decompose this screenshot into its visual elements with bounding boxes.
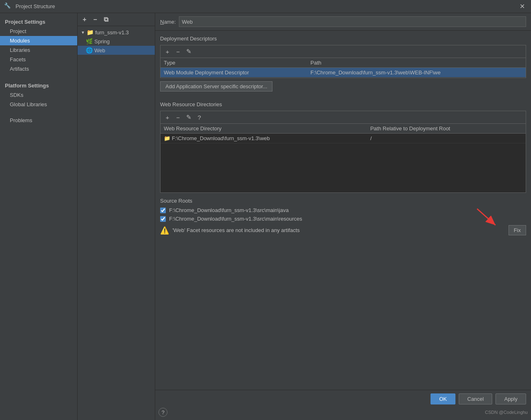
- watermark: CSDN @CodeLinghu: [485, 410, 528, 415]
- bottom-help-bar: ? CSDN @CodeLinghu: [155, 408, 531, 420]
- dd-remove-button[interactable]: −: [174, 47, 183, 56]
- sidebar-item-global-libraries[interactable]: Global Libraries: [0, 100, 77, 109]
- dd-row-path: F:\Chrome_Download\furn_ssm-v1.3\web\WEB…: [307, 68, 526, 78]
- deployment-descriptors-table: Type Path Web Module Deployment Descript…: [161, 58, 526, 78]
- tree-content: ▼ 📁 furn_ssm-v1.3 🌿 Spring 🌐 Web: [78, 26, 155, 420]
- sidebar-item-project[interactable]: Project: [0, 27, 77, 36]
- sidebar-item-artifacts[interactable]: Artifacts: [0, 64, 77, 74]
- apply-button[interactable]: Apply: [495, 393, 526, 404]
- warning-icon: ⚠️: [160, 226, 169, 235]
- wrd-add-button[interactable]: +: [163, 113, 172, 122]
- chevron-down-icon: ▼: [81, 30, 85, 35]
- directory-icon: 📁: [164, 135, 170, 141]
- web-resource-directories-table: Web Resource Directory Path Relative to …: [161, 124, 526, 143]
- platform-settings-label: Platform Settings: [0, 80, 77, 90]
- warning-row: ⚠️ 'Web' Facet resources are not include…: [160, 225, 526, 235]
- name-label: Name:: [160, 19, 176, 25]
- wrd-col-relative-path: Path Relative to Deployment Root: [367, 124, 526, 134]
- tree-node-spring[interactable]: 🌿 Spring: [78, 37, 155, 46]
- sidebar-item-libraries[interactable]: Libraries: [0, 45, 77, 55]
- web-resource-directories-table-container: + − ✎ ? Web Resource Directory Path Rela…: [160, 111, 526, 193]
- wrd-edit-button[interactable]: ✎: [184, 113, 193, 122]
- web-resource-directories-title: Web Resource Directories: [160, 101, 526, 107]
- source-roots-title: Source Roots: [160, 198, 526, 204]
- source-root-java-checkbox[interactable]: [160, 208, 166, 213]
- content-panel: Name: Deployment Descriptors + − ✎ Type …: [155, 13, 531, 420]
- bottom-bar: OK Cancel Apply: [155, 390, 531, 408]
- titlebar-title: Project Structure: [16, 3, 517, 9]
- source-root-resources-checkbox[interactable]: [160, 216, 166, 222]
- source-root-resources-label: F:\Chrome_Download\furn_ssm-v1.3\src\mai…: [169, 216, 302, 222]
- sidebar-item-modules[interactable]: Modules: [0, 36, 77, 45]
- close-button[interactable]: ✕: [517, 2, 527, 11]
- deployment-descriptors-toolbar: + − ✎: [161, 45, 526, 58]
- wrd-row-directory: 📁 F:\Chrome_Download\furn_ssm-v1.3\web: [161, 134, 367, 143]
- sidebar: Project Settings Project Modules Librari…: [0, 13, 78, 420]
- web-resource-directories-toolbar: + − ✎ ?: [161, 111, 526, 124]
- tree-add-button[interactable]: +: [80, 15, 89, 24]
- dd-col-path: Path: [307, 58, 526, 68]
- wrd-help-button[interactable]: ?: [195, 113, 204, 122]
- table-row[interactable]: 📁 F:\Chrome_Download\furn_ssm-v1.3\web /: [161, 134, 526, 143]
- module-label: furn_ssm-v1.3: [95, 29, 129, 36]
- sidebar-item-facets[interactable]: Facets: [0, 55, 77, 64]
- tree-node-web[interactable]: 🌐 Web: [78, 46, 155, 55]
- dd-col-type: Type: [161, 58, 307, 68]
- wrd-row-relative-path: /: [367, 134, 526, 143]
- ok-button[interactable]: OK: [431, 393, 455, 404]
- titlebar: 🔧 Project Structure ✕: [0, 0, 531, 13]
- spring-icon: 🌿: [86, 38, 93, 45]
- name-row: Name:: [155, 13, 531, 31]
- app-icon: 🔧: [4, 2, 12, 11]
- help-button[interactable]: ?: [158, 408, 167, 417]
- warning-text: 'Web' Facet resources are not included i…: [172, 227, 505, 233]
- tree-copy-button[interactable]: ⧉: [101, 15, 110, 24]
- deployment-descriptors-title: Deployment Descriptors: [160, 36, 526, 42]
- tree-node-module[interactable]: ▼ 📁 furn_ssm-v1.3: [78, 28, 155, 37]
- sidebar-item-sdks[interactable]: SDKs: [0, 90, 77, 100]
- dd-row-type: Web Module Deployment Descriptor: [161, 68, 307, 78]
- dd-add-button[interactable]: +: [163, 47, 172, 56]
- dd-edit-button[interactable]: ✎: [184, 47, 193, 56]
- cancel-button[interactable]: Cancel: [459, 393, 492, 404]
- spring-label: Spring: [94, 38, 110, 45]
- content-scroll: Deployment Descriptors + − ✎ Type Path: [155, 31, 531, 390]
- wrd-col-directory: Web Resource Directory: [161, 124, 367, 134]
- folder-icon: 📁: [87, 29, 94, 36]
- fix-button[interactable]: Fix: [509, 225, 526, 235]
- source-root-java-label: F:\Chrome_Download\furn_ssm-v1.3\src\mai…: [169, 207, 289, 213]
- wrd-remove-button[interactable]: −: [174, 113, 183, 122]
- tree-toolbar: + − ⧉: [78, 13, 155, 26]
- source-root-java-row: F:\Chrome_Download\furn_ssm-v1.3\src\mai…: [160, 207, 526, 213]
- sidebar-item-problems[interactable]: Problems: [0, 116, 77, 125]
- tree-panel: + − ⧉ ▼ 📁 furn_ssm-v1.3 🌿 Spring 🌐 Web: [78, 13, 155, 420]
- add-server-descriptor-button[interactable]: Add Application Server specific descript…: [160, 81, 272, 92]
- name-input[interactable]: [179, 16, 526, 27]
- web-label: Web: [94, 47, 105, 54]
- table-row[interactable]: Web Module Deployment Descriptor F:\Chro…: [161, 68, 526, 78]
- tree-remove-button[interactable]: −: [91, 15, 100, 24]
- source-root-resources-row: F:\Chrome_Download\furn_ssm-v1.3\src\mai…: [160, 216, 526, 222]
- project-settings-label: Project Settings: [0, 16, 77, 27]
- main-content: Project Settings Project Modules Librari…: [0, 13, 531, 420]
- web-icon: 🌐: [86, 47, 93, 54]
- deployment-descriptors-table-container: + − ✎ Type Path Web Module Deployment De…: [160, 45, 526, 78]
